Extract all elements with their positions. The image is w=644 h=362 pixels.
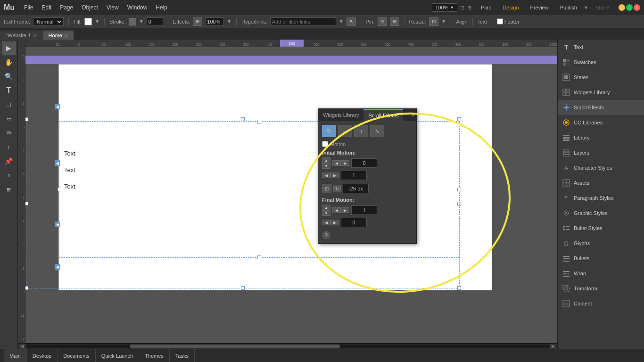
zoom-control[interactable]: 100% ▼ bbox=[432, 3, 457, 12]
panel-more-btn[interactable]: » bbox=[411, 112, 414, 118]
panel-item-assets[interactable]: Assets bbox=[558, 175, 644, 190]
status-desktop[interactable]: Desktop bbox=[27, 349, 58, 362]
menu-file[interactable]: File bbox=[20, 2, 37, 13]
tab-website1-close[interactable]: ✕ bbox=[33, 33, 37, 38]
zoom-tool[interactable]: 🔍 bbox=[2, 70, 16, 83]
panel-item-cc-libraries[interactable]: CC Libraries bbox=[558, 115, 644, 130]
minimize-button[interactable]: − bbox=[619, 4, 625, 11]
frame-handle-left[interactable] bbox=[25, 202, 28, 206]
status-quicklaunch[interactable]: Quick Launch bbox=[96, 349, 139, 362]
preview-button[interactable]: Preview bbox=[526, 3, 553, 12]
email-tool[interactable]: ✉ bbox=[2, 126, 16, 140]
panel-item-transform[interactable]: Transform bbox=[558, 281, 644, 296]
rotate-extra-icon[interactable]: ↻ bbox=[333, 185, 341, 192]
hyperlinks-clear-btn[interactable]: ✕ bbox=[347, 17, 356, 26]
rotate-control-icon[interactable]: ⊡ bbox=[322, 184, 331, 193]
help-button[interactable]: ? bbox=[322, 231, 330, 239]
motion-checkbox[interactable] bbox=[322, 141, 328, 147]
frame-handle-tr[interactable] bbox=[457, 117, 461, 121]
hand-tool[interactable]: ✋ bbox=[2, 56, 16, 69]
scroll-effects-tab[interactable]: Scroll Effects bbox=[363, 109, 403, 121]
menu-object[interactable]: Object bbox=[78, 2, 102, 13]
hyperlinks-input[interactable] bbox=[270, 17, 336, 26]
scroll-thumb[interactable] bbox=[130, 345, 340, 348]
plan-button[interactable]: Plan bbox=[476, 3, 496, 12]
final-x-right[interactable]: ▶ bbox=[341, 207, 349, 213]
panel-item-swatches[interactable]: Swatches bbox=[558, 55, 644, 70]
menu-help[interactable]: Help bbox=[152, 2, 171, 13]
frame-handle-bl[interactable] bbox=[25, 286, 28, 290]
panel-item-wrap[interactable]: Wrap bbox=[558, 266, 644, 281]
rotate-icon-btn[interactable]: ↻ bbox=[322, 125, 336, 137]
menu-page[interactable]: Page bbox=[56, 2, 77, 13]
menu-window[interactable]: Window bbox=[124, 2, 151, 13]
panel-item-bullets[interactable]: Bullets bbox=[558, 251, 644, 266]
panel-item-bullet-styles[interactable]: Bullet Styles bbox=[558, 221, 644, 236]
frame-handle-br[interactable] bbox=[457, 286, 461, 290]
left-handle[interactable]: ◀ bbox=[55, 104, 60, 109]
menu-view[interactable]: View bbox=[103, 2, 123, 13]
text-frame-handle-right[interactable] bbox=[457, 188, 461, 191]
panel-item-content[interactable]: <> Content bbox=[558, 296, 644, 311]
final-y-value[interactable]: 0 bbox=[341, 218, 367, 227]
widgets-library-tab[interactable]: Widgets Library bbox=[318, 109, 363, 121]
vert-icon-btn[interactable]: ↕ bbox=[354, 125, 368, 137]
effects-value-input[interactable] bbox=[205, 17, 224, 26]
initial-x-left[interactable]: ◀ bbox=[332, 160, 341, 166]
panel-item-paragraph-styles[interactable]: ¶ Paragraph Styles bbox=[558, 190, 644, 206]
textframe-mode-select[interactable]: Normal bbox=[33, 17, 64, 26]
frame-handle-tl[interactable] bbox=[25, 117, 28, 121]
align-label[interactable]: Align bbox=[456, 19, 467, 25]
initial-rotate-value[interactable]: -26 px bbox=[343, 184, 369, 193]
rounded-rect-tool[interactable]: ▭ bbox=[2, 112, 16, 125]
initial-y-value[interactable]: 1 bbox=[341, 171, 367, 180]
pin-tool[interactable]: 📌 bbox=[2, 155, 16, 168]
resize-btn[interactable]: ⊡ bbox=[429, 17, 438, 26]
final-x-down[interactable]: ▼ bbox=[322, 210, 330, 216]
text-frame-handle-left[interactable] bbox=[58, 188, 61, 191]
publish-button[interactable]: Publish bbox=[555, 3, 582, 12]
left-handle2[interactable]: ◀ bbox=[55, 160, 60, 166]
menu-edit[interactable]: Edit bbox=[38, 2, 55, 13]
frame-handle-top[interactable] bbox=[241, 117, 245, 121]
final-x-left[interactable]: ◀ bbox=[332, 207, 341, 213]
panel-item-character-styles[interactable]: A Character Styles bbox=[558, 160, 644, 175]
corner-icon-btn[interactable]: ⤡ bbox=[370, 125, 384, 137]
tab-home-close[interactable]: ✕ bbox=[64, 33, 68, 38]
left-handle3[interactable]: ◀ bbox=[55, 222, 60, 227]
rectangle-tool[interactable]: □ bbox=[2, 98, 16, 111]
stroke-dropdown-icon[interactable]: ▼ bbox=[139, 19, 144, 24]
stroke-value-input[interactable] bbox=[147, 17, 163, 26]
motion-checkbox-row[interactable]: Motion bbox=[322, 141, 413, 147]
pin-btn2[interactable]: ⊞ bbox=[390, 17, 399, 26]
pin-btn1[interactable]: ⊡ bbox=[378, 17, 387, 26]
tab-website1[interactable]: *Website-1 ✕ bbox=[0, 31, 43, 40]
status-tasks[interactable]: Tasks bbox=[170, 349, 195, 362]
text-tool[interactable]: T bbox=[2, 84, 16, 97]
tab-home[interactable]: Home ✕ bbox=[43, 31, 74, 40]
select-tool[interactable]: ▶ bbox=[2, 41, 16, 55]
horizontal-scrollbar[interactable]: ◀ ▶ bbox=[18, 343, 557, 349]
frame-handle-bottom[interactable] bbox=[241, 286, 245, 290]
panel-item-states[interactable]: States bbox=[558, 70, 644, 85]
final-x-value[interactable]: 1 bbox=[351, 206, 377, 215]
initial-x-up[interactable]: ▲ bbox=[322, 157, 330, 163]
maximize-button[interactable]: □ bbox=[626, 4, 633, 11]
close-button[interactable]: × bbox=[634, 4, 640, 11]
canvas-content[interactable]: Text Text Text ◀ ◀ ◀ bbox=[25, 47, 557, 343]
stroke-swatch[interactable] bbox=[129, 18, 136, 25]
scroll-left-btn[interactable]: ◀ bbox=[19, 344, 25, 349]
crop-tool[interactable]: ⌗ bbox=[2, 169, 16, 182]
final-y-left[interactable]: ◀ bbox=[322, 220, 330, 225]
status-main[interactable]: Main bbox=[4, 349, 27, 362]
hyperlinks-dropdown-icon[interactable]: ▼ bbox=[339, 19, 344, 24]
scroll-track[interactable] bbox=[25, 345, 550, 348]
design-button[interactable]: Design bbox=[498, 3, 523, 12]
initial-x-down[interactable]: ▼ bbox=[322, 163, 330, 169]
fill-swatch[interactable] bbox=[84, 18, 92, 25]
scroll-tool[interactable]: ↕ bbox=[2, 140, 16, 154]
final-y-right[interactable]: ▶ bbox=[330, 220, 339, 225]
scroll-right-btn[interactable]: ▶ bbox=[550, 344, 556, 349]
fill-dropdown-icon[interactable]: ▼ bbox=[95, 19, 99, 24]
initial-x-right[interactable]: ▶ bbox=[341, 160, 349, 166]
